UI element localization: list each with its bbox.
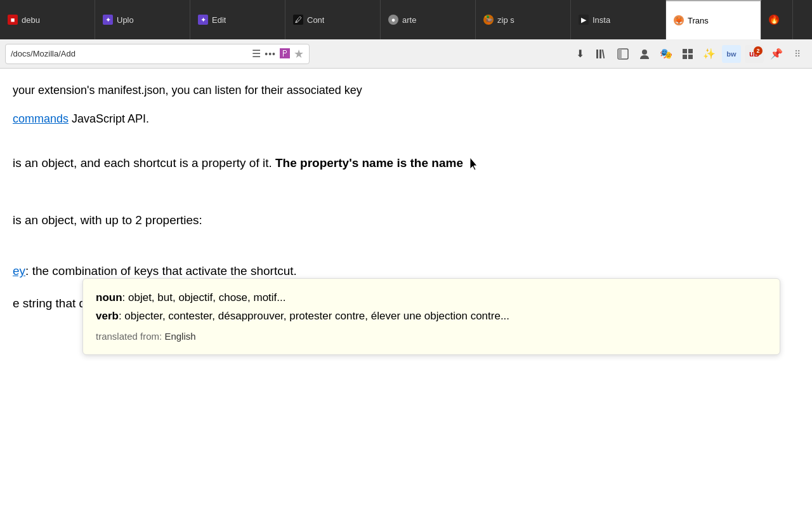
tab-upload-icon: ✦ [103, 15, 113, 25]
body2-text: is an object, with up to 2 properties: [13, 213, 202, 227]
bookmark-star-icon[interactable]: ★ [294, 47, 304, 61]
tab-edit-label: Edit [212, 15, 226, 25]
pocket-icon[interactable]: 🅿 [280, 48, 290, 60]
tab-trans-label: Trans [688, 16, 709, 25]
gripper-icon[interactable]: ⠿ [789, 45, 807, 63]
svg-rect-1 [599, 50, 601, 58]
reader-mode-icon[interactable]: ☰ [252, 48, 261, 60]
key-prop-text: ey [13, 264, 25, 277]
tab-last-icon: 🔥 [769, 15, 779, 25]
toolbar-icons-group: ⬇ 🎭 ✨ bw uB 2 📌 ⠿ [571, 45, 807, 63]
svg-rect-8 [683, 55, 687, 59]
svg-rect-7 [688, 49, 693, 53]
popup-verb-label: verb [96, 310, 119, 322]
tab-arte[interactable]: ● arte [381, 0, 476, 39]
key-desc-text: : the combination of keys that activate … [25, 264, 297, 277]
popup-noun-label: noun [96, 291, 122, 304]
svg-rect-9 [688, 55, 693, 59]
tab-zip[interactable]: 🦆 zip s [476, 0, 571, 39]
tab-insta-icon: ▶ [579, 15, 589, 25]
svg-rect-0 [596, 50, 598, 58]
commands-line: commands JavaScript API. [13, 110, 774, 128]
tab-cont[interactable]: 🖊 Cont [285, 0, 381, 39]
library-icon[interactable] [593, 45, 610, 63]
body-section-2: is an object, with up to 2 properties: [13, 211, 774, 230]
tab-debug-icon: ■ [8, 15, 18, 25]
download-icon[interactable]: ⬇ [571, 45, 589, 63]
tab-edit-icon: ✦ [198, 15, 208, 25]
ublock-icon[interactable]: uB 2 [745, 45, 764, 63]
address-bar[interactable]: /docs/Mozilla/Add ☰ ••• 🅿 ★ [5, 44, 310, 64]
tab-insta[interactable]: ▶ Insta [571, 0, 666, 39]
intro-text: your extension's manifest.json, you can … [13, 84, 362, 97]
tab-zip-icon: 🦆 [483, 15, 494, 25]
popup-noun-line: noun: objet, but, objectif, chose, motif… [96, 289, 767, 307]
popup-translated-lang: English [164, 331, 195, 342]
tab-arte-label: arte [402, 15, 416, 25]
body1-bold-text: The property's name is the name [275, 156, 463, 170]
svg-rect-6 [683, 49, 687, 53]
api-text: JavaScript API. [69, 112, 149, 125]
tab-trans-icon: 🦊 [674, 15, 684, 25]
tab-insta-label: Insta [593, 15, 610, 25]
tab-cont-label: Cont [307, 15, 324, 25]
bw-icon[interactable]: bw [722, 45, 741, 63]
intro-paragraph: your extension's manifest.json, you can … [13, 81, 774, 100]
svg-rect-4 [618, 49, 622, 59]
commands-link[interactable]: commands [13, 112, 69, 125]
tab-edit[interactable]: ✦ Edit [190, 0, 285, 39]
pin-icon[interactable]: 📌 [768, 45, 785, 63]
page-content: your extension's manifest.json, you can … [0, 69, 812, 326]
tab-arte-icon: ● [388, 15, 398, 25]
address-text: /docs/Mozilla/Add [11, 49, 248, 58]
grid-icon[interactable] [679, 45, 697, 63]
svg-marker-10 [470, 157, 477, 170]
popup-verb-line: verb: objecter, contester, désapprouver,… [96, 307, 767, 326]
tab-cont-icon: 🖊 [293, 15, 303, 25]
popup-verb-text: : objecter, contester, désapprouver, pro… [119, 310, 509, 322]
ublock-badge: 2 [754, 46, 763, 55]
mouse-cursor-icon [469, 156, 478, 171]
toolbar: /docs/Mozilla/Add ☰ ••• 🅿 ★ ⬇ 🎭 ✨ bw uB … [0, 39, 812, 69]
svg-rect-2 [602, 49, 605, 58]
sidebar-toggle-icon[interactable] [614, 45, 632, 63]
more-dots-icon[interactable]: ••• [265, 49, 276, 59]
popup-translated-label: translated from: [96, 331, 162, 342]
popup-noun-text: : objet, but, objectif, chose, motif... [122, 291, 286, 304]
tab-debug-label: debu [22, 15, 40, 25]
tab-bar: ■ debu ✦ Uplo ✦ Edit 🖊 Cont ● arte 🦆 zip… [0, 0, 812, 39]
svg-point-5 [642, 50, 647, 55]
body1-text: is an object, and each shortcut is a pro… [13, 156, 272, 170]
tab-debug[interactable]: ■ debu [0, 0, 95, 39]
tab-trans[interactable]: 🦊 Trans [666, 0, 761, 39]
translation-popup: noun: objet, but, objectif, chose, motif… [82, 278, 780, 355]
wand-icon[interactable]: ✨ [700, 45, 718, 63]
tab-upload[interactable]: ✦ Uplo [95, 0, 190, 39]
container-icon[interactable]: 🎭 [657, 45, 675, 63]
tab-last[interactable]: 🔥 [761, 0, 793, 39]
body-section-1: is an object, and each shortcut is a pro… [13, 154, 774, 173]
tab-zip-label: zip s [497, 15, 514, 25]
profile-icon[interactable] [636, 45, 653, 63]
popup-translated-line: translated from: English [96, 328, 767, 345]
tab-upload-label: Uplo [117, 15, 134, 25]
